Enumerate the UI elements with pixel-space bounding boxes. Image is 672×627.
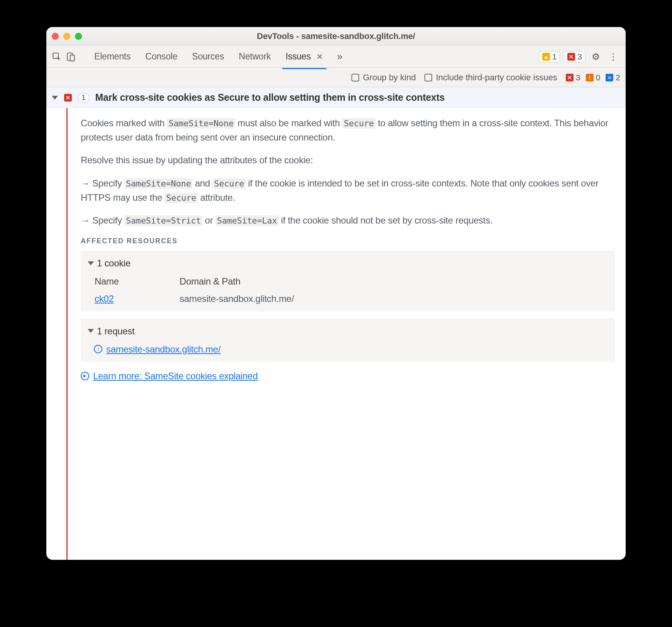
group-by-kind-label: Group by kind xyxy=(363,73,416,83)
counter-errors[interactable]: ✕ 3 xyxy=(566,73,580,82)
warnings-count: 1 xyxy=(552,52,557,61)
close-tab-icon[interactable]: ✕ xyxy=(316,52,323,61)
learn-more-row: Learn more: SameSite cookies explained xyxy=(81,369,615,383)
affected-resources-heading: Affected Resources xyxy=(81,236,615,247)
devtools-window: DevTools - samesite-sandbox.glitch.me/ E… xyxy=(46,27,626,560)
issue-paragraph: Resolve this issue by updating the attri… xyxy=(81,153,615,167)
code-token: Secure xyxy=(342,118,375,129)
checkbox-icon xyxy=(351,74,359,81)
third-party-label: Include third-party cookie issues xyxy=(436,73,557,83)
error-icon: ✕ xyxy=(64,94,72,102)
issue-content: Cookies marked with SameSite=None must a… xyxy=(68,108,626,560)
issue-paragraph: Cookies marked with SameSite=None must a… xyxy=(81,116,615,144)
svg-rect-2 xyxy=(70,55,75,61)
more-tabs-icon[interactable]: » xyxy=(337,51,343,63)
request-row: ↕ samesite-sandbox.glitch.me/ xyxy=(88,342,608,356)
tab-issues[interactable]: Issues ✕ xyxy=(284,47,324,66)
third-party-checkbox[interactable]: Include third-party cookie issues xyxy=(424,73,557,83)
affected-cookies-toggle[interactable]: 1 cookie xyxy=(88,256,608,274)
more-menu-icon[interactable]: ⋮ xyxy=(606,51,620,62)
counter-improvements[interactable]: ! 0 xyxy=(586,73,601,82)
issue-bullet: Specify SameSite=None and Secure if the … xyxy=(81,176,615,205)
code-token: Secure xyxy=(212,178,246,189)
issue-body: Cookies marked with SameSite=None must a… xyxy=(46,108,626,560)
counter-other-value: 2 xyxy=(616,73,620,82)
window-titlebar: DevTools - samesite-sandbox.glitch.me/ xyxy=(46,27,626,46)
request-link[interactable]: samesite-sandbox.glitch.me/ xyxy=(106,342,221,356)
affected-requests-summary: 1 request xyxy=(97,324,134,338)
info-icon: ≡ xyxy=(606,74,613,81)
inspect-icon[interactable] xyxy=(52,52,62,62)
tab-issues-label: Issues xyxy=(285,51,311,61)
cookies-col-name: Name xyxy=(95,274,180,288)
issue-count-pill: 1 xyxy=(78,93,89,102)
panel-tabs: Elements Console Sources Network Issues … xyxy=(93,47,325,66)
warnings-badge[interactable]: ▲ 1 xyxy=(539,51,560,63)
expand-triangle-icon xyxy=(88,261,94,265)
tab-console[interactable]: Console xyxy=(144,47,179,66)
error-icon: ✕ xyxy=(566,74,574,81)
issue-header[interactable]: ✕ 1 Mark cross-site cookies as Secure to… xyxy=(46,87,626,108)
improvement-icon: ! xyxy=(586,74,594,81)
code-token: SameSite=Lax xyxy=(216,215,278,226)
expand-triangle-icon[interactable] xyxy=(52,96,58,100)
cookie-link[interactable]: ck02 xyxy=(95,293,114,304)
warning-icon: ▲ xyxy=(542,53,550,61)
cookies-col-domain: Domain & Path xyxy=(180,274,608,288)
affected-requests-toggle[interactable]: 1 request xyxy=(88,324,608,342)
tab-elements[interactable]: Elements xyxy=(93,47,132,66)
code-token: SameSite=Strict xyxy=(124,215,202,226)
issues-filter-bar: Group by kind Include third-party cookie… xyxy=(46,68,626,87)
network-icon: ↕ xyxy=(94,345,102,353)
tab-network[interactable]: Network xyxy=(237,47,272,66)
errors-count: 3 xyxy=(577,52,582,61)
code-token: Secure xyxy=(165,193,198,203)
devtools-toolbar: Elements Console Sources Network Issues … xyxy=(46,46,626,68)
affected-cookies-summary: 1 cookie xyxy=(97,256,131,270)
learn-more-link[interactable]: Learn more: SameSite cookies explained xyxy=(93,369,258,383)
affected-requests-panel: 1 request ↕ samesite-sandbox.glitch.me/ xyxy=(81,319,615,362)
code-token: SameSite=None xyxy=(124,178,192,189)
issue-title: Mark cross-site cookies as Secure to all… xyxy=(95,92,445,103)
group-by-kind-checkbox[interactable]: Group by kind xyxy=(351,73,416,83)
settings-icon[interactable]: ⚙ xyxy=(589,51,602,62)
tab-sources[interactable]: Sources xyxy=(190,47,226,66)
errors-badge[interactable]: ✕ 3 xyxy=(564,51,585,63)
issue-counters: ✕ 3 ! 0 ≡ 2 xyxy=(566,73,620,82)
code-token: SameSite=None xyxy=(167,118,235,129)
issue-bullet: Specify SameSite=Strict or SameSite=Lax … xyxy=(81,213,615,227)
expand-triangle-icon xyxy=(88,329,94,333)
device-toggle-icon[interactable] xyxy=(66,52,76,62)
counter-errors-value: 3 xyxy=(576,73,580,82)
cookie-row-name: ck02 xyxy=(95,291,180,306)
cookies-table: Name Domain & Path ck02 samesite-sandbox… xyxy=(88,274,608,306)
learn-more-icon xyxy=(81,372,89,380)
window-title: DevTools - samesite-sandbox.glitch.me/ xyxy=(46,31,626,41)
counter-other[interactable]: ≡ 2 xyxy=(606,73,620,82)
checkbox-icon xyxy=(424,74,432,81)
affected-cookies-panel: 1 cookie Name Domain & Path ck02 samesit… xyxy=(81,251,615,312)
error-icon: ✕ xyxy=(567,53,575,61)
counter-improvements-value: 0 xyxy=(596,73,601,82)
cookie-row-domain: samesite-sandbox.glitch.me/ xyxy=(180,291,608,306)
